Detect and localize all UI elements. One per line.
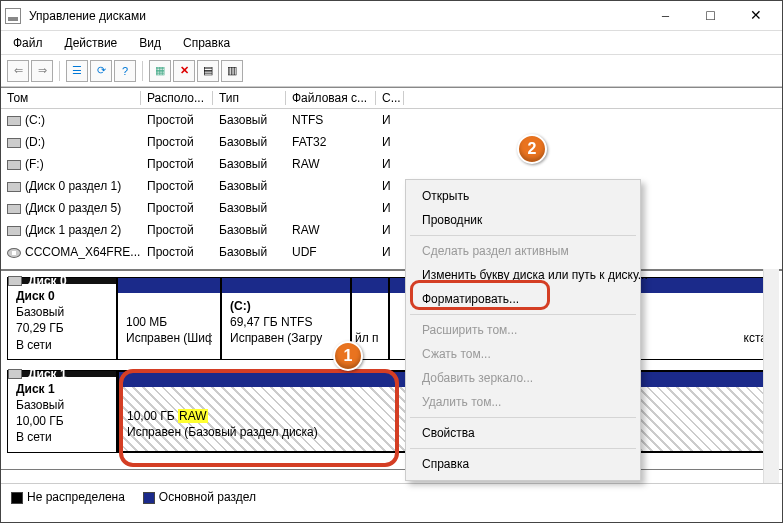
volume-row[interactable]: (F:)ПростойБазовыйRAWИ [1, 153, 782, 175]
app-icon [5, 8, 21, 24]
drive-icon [7, 182, 21, 192]
forward-button[interactable]: ⇒ [31, 60, 53, 82]
volume-row[interactable]: CCCOMA_X64FRE...ПростойБазовыйUDFИ [1, 241, 782, 263]
col-volume[interactable]: Том [1, 91, 141, 105]
back-button[interactable]: ⇐ [7, 60, 29, 82]
scrollbar[interactable] [763, 269, 779, 483]
ctx-extend: Расширить том... [408, 318, 638, 342]
col-layout[interactable]: Располо... [141, 91, 213, 105]
ctx-delete: Удалить том... [408, 390, 638, 414]
volume-row[interactable]: (D:)ПростойБазовыйFAT32И [1, 131, 782, 153]
ctx-mirror: Добавить зеркало... [408, 366, 638, 390]
annotation-marker-2: 2 [517, 134, 547, 164]
disk0-partition-1[interactable]: 100 МБ Исправен (Шифр [117, 277, 221, 360]
context-menu: Открыть Проводник Сделать раздел активны… [405, 179, 641, 481]
show-hide-button[interactable]: ☰ [66, 60, 88, 82]
ctx-change-letter[interactable]: Изменить букву диска или путь к диску... [408, 263, 638, 287]
raw-highlight: RAW [178, 409, 208, 423]
delete-icon[interactable]: ✕ [173, 60, 195, 82]
menu-file[interactable]: Файл [9, 34, 47, 52]
drive-icon [7, 116, 21, 126]
col-type[interactable]: Тип [213, 91, 286, 105]
legend: Не распределена Основной раздел [1, 483, 782, 510]
refresh-button[interactable]: ⟳ [90, 60, 112, 82]
maximize-button[interactable]: □ [688, 1, 733, 31]
drive-icon [7, 226, 21, 236]
drive-icon [7, 138, 21, 148]
col-filesystem[interactable]: Файловая с... [286, 91, 376, 105]
disk0-partition-2[interactable]: (C:) 69,47 ГБ NTFS Исправен (Загру [221, 277, 351, 360]
menu-bar: Файл Действие Вид Справка [1, 31, 782, 55]
ctx-format[interactable]: Форматировать... [408, 287, 638, 311]
volume-row[interactable]: (Диск 1 раздел 2)ПростойБазовыйRAWИ [1, 219, 782, 241]
ctx-shrink: Сжать том... [408, 342, 638, 366]
content-area: Том Располо... Тип Файловая с... С... (C… [1, 87, 782, 510]
volume-row[interactable]: (Диск 0 раздел 5)ПростойБазовыйИ [1, 197, 782, 219]
tool-a-button[interactable]: ▤ [197, 60, 219, 82]
col-status[interactable]: С... [376, 91, 404, 105]
ctx-help[interactable]: Справка [408, 452, 638, 476]
disk0-header[interactable]: Диск 0 Диск 0 Базовый 70,29 ГБ В сети [7, 277, 117, 360]
volume-row[interactable]: (Диск 0 раздел 1)ПростойБазовыйИ [1, 175, 782, 197]
ctx-make-active: Сделать раздел активным [408, 239, 638, 263]
menu-help[interactable]: Справка [179, 34, 234, 52]
disk-graphical-view: Диск 0 Диск 0 Базовый 70,29 ГБ В сети 10… [1, 269, 782, 470]
legend-swatch-unallocated [11, 492, 23, 504]
volume-row[interactable]: (C:)ПростойБазовыйNTFSИ [1, 109, 782, 131]
disk-row-1: Диск 1 Диск 1 Базовый 10,00 ГБ В сети 10… [7, 370, 776, 453]
disk1-header[interactable]: Диск 1 Диск 1 Базовый 10,00 ГБ В сети [7, 370, 117, 453]
ctx-properties[interactable]: Свойства [408, 421, 638, 445]
menu-action[interactable]: Действие [61, 34, 122, 52]
ctx-open[interactable]: Открыть [408, 184, 638, 208]
menu-view[interactable]: Вид [135, 34, 165, 52]
disk-icon [8, 276, 22, 286]
ctx-explorer[interactable]: Проводник [408, 208, 638, 232]
volume-list-header: Том Располо... Тип Файловая с... С... [1, 87, 782, 109]
window-title: Управление дисками [29, 9, 643, 23]
title-bar: Управление дисками – □ ✕ [1, 1, 782, 31]
disk-row-0: Диск 0 Диск 0 Базовый 70,29 ГБ В сети 10… [7, 277, 776, 360]
minimize-button[interactable]: – [643, 1, 688, 31]
close-button[interactable]: ✕ [733, 1, 778, 31]
tool-b-button[interactable]: ▥ [221, 60, 243, 82]
settings-button[interactable]: ▦ [149, 60, 171, 82]
legend-swatch-primary [143, 492, 155, 504]
help-button[interactable]: ? [114, 60, 136, 82]
drive-icon [7, 160, 21, 170]
drive-icon [7, 204, 21, 214]
annotation-marker-1: 1 [333, 341, 363, 371]
volume-list: (C:)ПростойБазовыйNTFSИ(D:)ПростойБазовы… [1, 109, 782, 263]
disk-icon [8, 369, 22, 379]
toolbar: ⇐ ⇒ ☰ ⟳ ? ▦ ✕ ▤ ▥ [1, 55, 782, 87]
disc-icon [7, 248, 21, 258]
